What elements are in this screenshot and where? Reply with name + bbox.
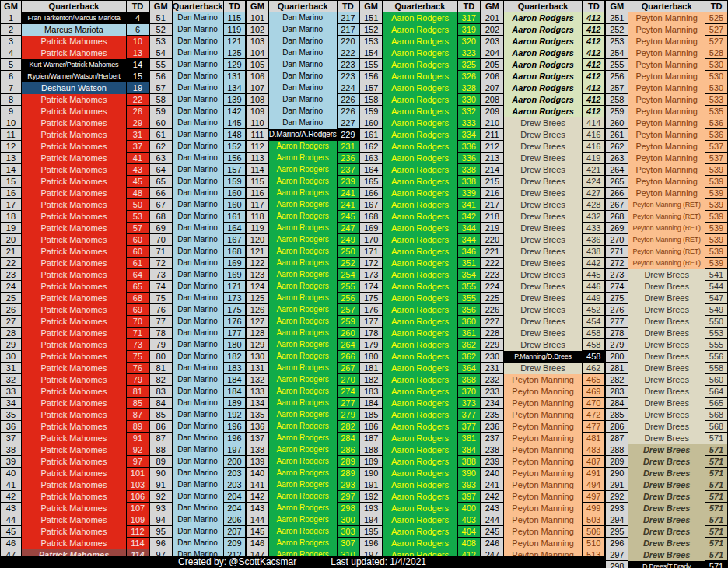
- section-table-4: GMQuarterbackTD151Aaron Rodgers317152Aar…: [359, 0, 481, 568]
- quarterback-cell: Drew Brees: [503, 176, 582, 188]
- td-cell: 377: [457, 409, 480, 421]
- table-row: 64Dan Marino157: [149, 164, 245, 176]
- td-cell: 189: [223, 398, 246, 409]
- gm-cell: 184: [360, 398, 383, 409]
- td-cell: 412: [583, 71, 605, 82]
- quarterback-cell: Drew Brees: [503, 223, 582, 234]
- quarterback-cell: Aaron Rodgers: [383, 409, 457, 421]
- td-cell: 445: [583, 269, 605, 281]
- quarterback-cell: Aaron Rodgers: [383, 199, 457, 211]
- table-row: 17Patrick Mahomes50: [1, 199, 149, 211]
- quarterback-cell: Aaron Rodgers: [503, 106, 582, 117]
- quarterback-cell: Patrick Mahomes: [21, 421, 126, 433]
- td-cell: 412: [583, 36, 605, 47]
- gm-cell: 112: [247, 141, 268, 153]
- td-cell: 177: [223, 328, 246, 339]
- td-cell: 393: [457, 479, 480, 491]
- table-row: 176Aaron Rodgers356: [360, 304, 481, 316]
- table-row: 6Rypien/Warner/Watson/Herbert15: [1, 71, 149, 82]
- table-row: 15Patrick Mahomes45: [1, 176, 149, 188]
- gm-cell: 52: [149, 24, 172, 36]
- quarterback-cell: Aaron Rodgers: [268, 421, 337, 433]
- td-cell: 297: [337, 491, 359, 503]
- quarterback-cell: P.Manning/D.Brees: [503, 351, 582, 363]
- col-header-gm: GM: [360, 1, 383, 12]
- gm-cell: 29: [1, 339, 22, 351]
- table-row: 201Aaron Rodgers412: [481, 12, 605, 24]
- gm-cell: 140: [247, 468, 268, 479]
- gm-cell: 251: [606, 12, 628, 24]
- quarterback-cell: Dan Marino: [172, 269, 223, 281]
- quarterback-cell: Aaron Rodgers: [383, 374, 457, 386]
- quarterback-cell: Aaron Rodgers: [383, 117, 457, 129]
- td-cell: 41: [127, 153, 149, 164]
- quarterback-cell: Aaron Rodgers: [268, 223, 337, 234]
- gm-cell: 41: [1, 479, 22, 491]
- td-cell: 157: [223, 164, 246, 176]
- td-cell: 50: [127, 199, 149, 211]
- col-header-quarterback: Quarterback: [21, 1, 126, 12]
- quarterback-cell: Peyton Manning: [503, 421, 582, 433]
- td-cell: 14: [127, 59, 149, 71]
- table-row: 7Deshaun Watson19: [1, 82, 149, 94]
- td-cell: 148: [223, 129, 246, 141]
- quarterback-cell: Patrick Mahomes: [21, 444, 126, 456]
- quarterback-cell: Aaron Rodgers: [383, 304, 457, 316]
- quarterback-cell: Patrick Mahomes: [21, 456, 126, 468]
- table-row: 125Aaron Rodgers256: [247, 293, 359, 304]
- td-cell: 69: [127, 304, 149, 316]
- td-cell: 319: [457, 24, 480, 36]
- quarterback-cell: Dan Marino: [172, 176, 223, 188]
- quarterback-cell: Aaron Rodgers: [268, 339, 337, 351]
- table-row: 240Peyton Manning491: [481, 468, 605, 479]
- quarterback-cell: Peyton Manning: [628, 141, 705, 153]
- table-row: 264Peyton Manning539: [606, 164, 728, 176]
- table-row: 5Kurt Warner/Patrick Mahomes14: [1, 59, 149, 71]
- td-cell: 266: [337, 351, 359, 363]
- quarterback-cell: Patrick Mahomes: [21, 491, 126, 503]
- col-header-quarterback: Quarterback: [503, 1, 582, 12]
- table-row: 16Patrick Mahomes48: [1, 188, 149, 199]
- table-row: 9Patrick Mahomes26: [1, 106, 149, 117]
- gm-cell: 256: [606, 71, 628, 82]
- td-cell: 483: [583, 444, 605, 456]
- table-row: 62Dan Marino152: [149, 141, 245, 153]
- td-cell: 87: [127, 409, 149, 421]
- td-cell: 558: [705, 363, 728, 374]
- quarterback-cell: Aaron Rodgers: [268, 526, 337, 538]
- td-cell: 553: [705, 328, 728, 339]
- quarterback-cell: Aaron Rodgers: [268, 141, 337, 153]
- gm-cell: 170: [360, 234, 383, 246]
- gm-cell: 187: [360, 433, 383, 444]
- td-cell: 223: [337, 59, 359, 71]
- td-cell: 360: [457, 316, 480, 328]
- gm-cell: 220: [481, 234, 503, 246]
- gm-cell: 134: [247, 398, 268, 409]
- gm-cell: 238: [481, 444, 503, 456]
- table-row: 116Aaron Rodgers241: [247, 188, 359, 199]
- quarterback-cell: Aaron Rodgers: [383, 106, 457, 117]
- section-table-2: GMQuarterbackTD51Dan Marino11552Dan Mari…: [149, 0, 246, 568]
- table-row: 45Patrick Mahomes112: [1, 526, 149, 538]
- gm-cell: 59: [149, 106, 172, 117]
- table-row: 103Dan Marino220: [247, 36, 359, 47]
- quarterback-cell: Aaron Rodgers: [383, 141, 457, 153]
- td-cell: 57: [127, 223, 149, 234]
- td-cell: 568: [705, 421, 728, 433]
- table-row: 171Aaron Rodgers346: [360, 246, 481, 258]
- quarterback-cell: Aaron Rodgers: [268, 269, 337, 281]
- gm-cell: 42: [1, 491, 22, 503]
- td-cell: 73: [127, 339, 149, 351]
- table-row: 221Drew Brees438: [481, 246, 605, 258]
- gm-cell: 289: [606, 456, 628, 468]
- gm-cell: 285: [606, 409, 628, 421]
- quarterback-cell: Patrick Mahomes: [21, 433, 126, 444]
- gm-cell: 28: [1, 328, 22, 339]
- table-row: 207Aaron Rodgers412: [481, 82, 605, 94]
- gm-cell: 116: [247, 188, 268, 199]
- td-cell: 414: [583, 117, 605, 129]
- td-cell: 539: [705, 164, 728, 176]
- table-row: 223Drew Brees445: [481, 269, 605, 281]
- gm-cell: 293: [606, 503, 628, 514]
- quarterback-cell: Aaron Rodgers: [268, 444, 337, 456]
